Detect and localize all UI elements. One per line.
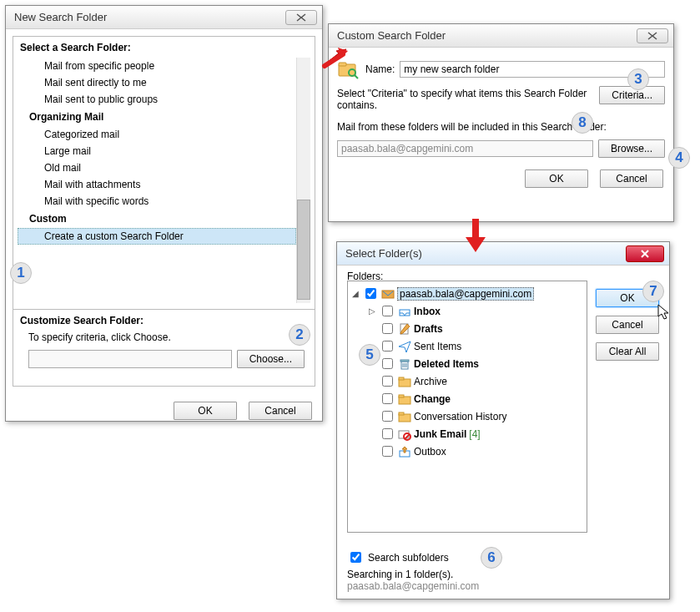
custom-search-folder-dialog: Custom Search Folder Name: Select "Crite… (328, 23, 674, 222)
list-item-custom-search[interactable]: Create a custom Search Folder (18, 228, 296, 245)
tree-item[interactable]: Drafts (368, 320, 583, 337)
folder-checkbox[interactable] (382, 323, 393, 334)
folder-icon (398, 375, 411, 388)
expander-icon[interactable] (368, 448, 376, 456)
category-custom: Custom (18, 210, 296, 228)
criteria-text: Select "Criteria" to specify what items … (337, 86, 594, 111)
arrow-down-icon (464, 219, 487, 255)
folder-checkbox[interactable] (382, 428, 393, 439)
search-folder-panel: Select a Search Folder: Mail from specif… (13, 36, 315, 310)
svg-marker-25 (466, 237, 486, 252)
list-item[interactable]: Large mail (18, 143, 296, 159)
collapse-icon[interactable]: ◢ (351, 290, 360, 298)
folder-label: Junk Email (414, 428, 466, 440)
annotation-2: 2 (289, 324, 310, 346)
close-icon[interactable] (626, 245, 664, 262)
cancel-button[interactable]: Cancel (249, 402, 312, 420)
tree-item[interactable]: Sent Items (368, 337, 583, 355)
ok-button[interactable]: OK (174, 402, 237, 420)
clear-all-button[interactable]: Clear All (596, 342, 659, 361)
folder-checkbox[interactable] (382, 446, 393, 457)
section-header: Select a Search Folder: (13, 37, 315, 57)
dlg2-titlebar: Custom Search Folder (329, 24, 673, 48)
include-label: Mail from these folders will be included… (329, 114, 673, 136)
tree-item[interactable]: Archive (368, 372, 583, 390)
svg-line-3 (355, 75, 358, 78)
customize-label: Customize Search Folder: (13, 310, 315, 330)
folders-display (337, 140, 593, 157)
svg-rect-17 (399, 412, 404, 415)
criteria-display (28, 350, 232, 368)
list-item[interactable]: Mail sent directly to me (18, 74, 296, 91)
dlg1-title: New Search Folder (14, 11, 285, 23)
folder-checkbox[interactable] (382, 341, 393, 352)
status-line2: paasab.bala@capgemini.com (347, 580, 479, 592)
annotation-4: 4 (668, 147, 690, 169)
folder-checkbox[interactable] (382, 393, 393, 404)
folder-checkbox[interactable] (382, 306, 393, 316)
svg-rect-8 (400, 360, 409, 362)
tree-item[interactable]: Junk Email [4] (368, 425, 583, 443)
browse-button[interactable]: Browse... (598, 139, 665, 158)
tree-item[interactable]: Conversation History (368, 407, 583, 425)
name-label: Name: (365, 63, 395, 75)
list-item[interactable]: Categorized mail (18, 126, 296, 143)
ok-button[interactable]: OK (525, 169, 588, 188)
tree-root[interactable]: ◢ paasab.bala@capgemini.com (351, 285, 583, 302)
folder-label: Conversation History (414, 411, 506, 422)
svg-rect-15 (399, 395, 404, 397)
list-item[interactable]: Mail from specific people (18, 58, 296, 74)
tree-item[interactable]: Outbox (368, 443, 583, 460)
junk-icon (398, 427, 411, 441)
annotation-6: 6 (481, 547, 502, 569)
select-folders-dialog: Select Folder(s) Folders: ◢ paasab.bala@… (336, 241, 670, 599)
customize-instruction: To specify criteria, click Choose. (13, 330, 315, 346)
subfolders-checkbox[interactable] (350, 552, 361, 563)
cancel-button[interactable]: Cancel (600, 169, 663, 188)
expander-icon[interactable] (368, 377, 376, 386)
annotation-5: 5 (359, 344, 380, 366)
folder-checkbox[interactable] (382, 358, 393, 369)
folder-checkbox[interactable] (382, 376, 393, 387)
root-checkbox[interactable] (365, 288, 376, 299)
close-icon[interactable] (285, 10, 317, 25)
scrollbar[interactable] (296, 58, 310, 303)
close-icon[interactable] (637, 28, 668, 43)
folder-type-list[interactable]: Mail from specific people Mail sent dire… (18, 58, 296, 303)
expander-icon[interactable]: ▷ (368, 307, 376, 316)
folder-label: Deleted Items (414, 358, 479, 370)
tree-item[interactable]: Deleted Items (368, 355, 583, 372)
scroll-thumb[interactable] (297, 200, 310, 300)
list-item[interactable]: Mail with attachments (18, 176, 296, 193)
expander-icon[interactable] (368, 325, 376, 333)
name-input[interactable] (400, 61, 665, 78)
folder-icon (398, 410, 411, 423)
folder-icon (398, 392, 411, 406)
folder-label: Change (414, 393, 451, 405)
list-item[interactable]: Mail sent to public groups (18, 91, 296, 108)
root-label: paasab.bala@capgemini.com (397, 287, 534, 301)
expander-icon[interactable] (368, 412, 376, 421)
folder-tree[interactable]: ◢ paasab.bala@capgemini.com ▷InboxDrafts… (347, 281, 587, 533)
expander-icon[interactable] (368, 395, 376, 403)
dlg1-button-row: OK Cancel (6, 393, 322, 428)
folder-label: Drafts (414, 323, 443, 335)
dlg2-button-row: OK Cancel (329, 161, 673, 196)
arrow-right-icon (321, 46, 350, 77)
category-organizing: Organizing Mail (18, 108, 296, 126)
sent-icon (398, 340, 411, 353)
annotation-1: 1 (10, 262, 32, 284)
folder-checkbox[interactable] (382, 411, 393, 422)
tree-item[interactable]: ▷Inbox (368, 302, 583, 320)
list-item[interactable]: Mail with specific words (18, 193, 296, 210)
expander-icon[interactable] (368, 430, 376, 438)
dlg3-titlebar: Select Folder(s) (337, 242, 669, 266)
list-item[interactable]: Old mail (18, 159, 296, 176)
svg-rect-24 (472, 219, 479, 239)
annotation-3: 3 (627, 68, 649, 90)
cancel-button[interactable]: Cancel (596, 316, 659, 334)
folder-label: Sent Items (414, 341, 461, 352)
folder-label: Inbox (414, 306, 441, 317)
tree-item[interactable]: Change (368, 390, 583, 407)
choose-button[interactable]: Choose... (237, 350, 305, 368)
